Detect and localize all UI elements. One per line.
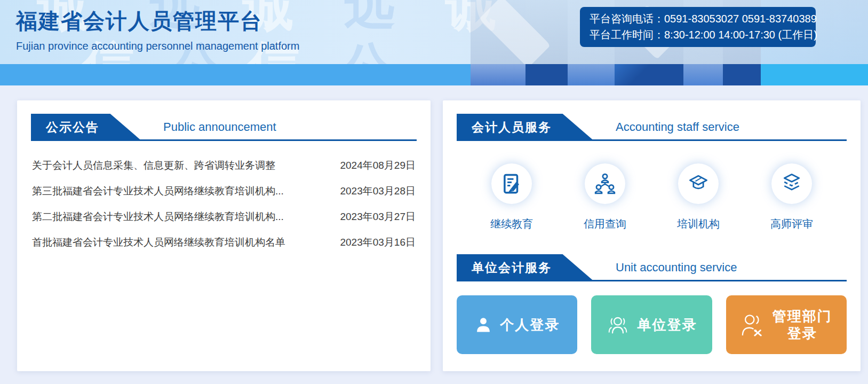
layers-icon [780, 172, 803, 195]
announcement-item[interactable]: 第二批福建省会计专业技术人员网络继续教育培训机构... 2023年03月27日 [31, 204, 417, 230]
watermark-char: 公 [341, 33, 393, 64]
service-training-institutions[interactable]: 培训机构 [669, 163, 728, 231]
service-icon-row: 继续教育 信用查询 [457, 163, 847, 231]
service-circle[interactable] [585, 163, 625, 204]
service-circle[interactable] [771, 163, 812, 204]
unit-service-tab: 单位会计服务 [457, 254, 593, 281]
unit-service-tab-en: Unit accounting service [616, 261, 737, 275]
service-label[interactable]: 培训机构 [669, 217, 728, 231]
edit-document-icon [500, 173, 523, 195]
person-icon [474, 316, 492, 334]
announcements-header: 公示公告 Public announcement [31, 114, 417, 141]
announcement-date: 2023年03月16日 [340, 236, 416, 249]
hours-value: 8:30-12:00 14:00-17:30 (工作日) [664, 29, 817, 41]
services-panel: 会计人员服务 Accounting staff service 继续教育 [443, 100, 861, 371]
working-hours-line: 平台工作时间：8:30-12:00 14:00-17:30 (工作日) [590, 27, 806, 43]
login-button-row: 个人登录 单位登录 [457, 295, 847, 354]
login-button-label: 管理部门登录 [773, 308, 832, 342]
contact-info-box: 平台咨询电话：0591-83053027 0591-83740389 平台工作时… [580, 7, 816, 47]
announcement-item[interactable]: 首批福建省会计专业技术人员网络继续教育培训机构名单 2023年03月16日 [31, 230, 417, 255]
unit-service-header: 单位会计服务 Unit accounting service [457, 255, 847, 281]
phone-label: 平台咨询电话： [590, 13, 664, 25]
main-content: 公示公告 Public announcement 关于会计人员信息采集、信息更新… [0, 85, 868, 371]
announcement-title[interactable]: 首批福建省会计专业技术人员网络继续教育培训机构名单 [32, 236, 285, 249]
announcement-title[interactable]: 第三批福建省会计专业技术人员网络继续教育培训机构... [32, 184, 284, 198]
announcement-list: 关于会计人员信息采集、信息更新、跨省调转业务调整 2024年08月29日 第三批… [31, 153, 417, 255]
service-label[interactable]: 继续教育 [482, 217, 541, 231]
phone-numbers: 0591-83053027 0591-83740389 [664, 13, 817, 25]
announcement-date: 2024年08月29日 [340, 159, 416, 173]
unit-login-button[interactable]: 单位登录 [591, 295, 712, 354]
service-continuing-education[interactable]: 继续教育 [482, 163, 541, 231]
site-header: 诚 远 诚 远 信 公 信 公 诚 福建省会计人员管理平台 Fujian pro… [0, 0, 868, 64]
login-button-label: 单位登录 [637, 316, 697, 334]
admin-login-button[interactable]: 管理部门登录 [726, 295, 847, 354]
admin-label-line1: 管理部门 [773, 308, 832, 324]
announcement-title[interactable]: 第二批福建省会计专业技术人员网络继续教育培训机构... [32, 210, 284, 224]
staff-service-header: 会计人员服务 Accounting staff service [457, 114, 847, 141]
service-label[interactable]: 高师评审 [762, 217, 821, 231]
group-icon [606, 314, 630, 335]
admin-label-line2: 登录 [787, 325, 817, 341]
service-circle[interactable] [678, 163, 719, 204]
announcement-date: 2023年03月27日 [340, 210, 416, 224]
page-subtitle: Fujian province accounting personnel man… [16, 40, 299, 52]
banner-strip [0, 64, 868, 85]
service-circle[interactable] [491, 163, 532, 204]
contact-phone-line: 平台咨询电话：0591-83053027 0591-83740389 [590, 11, 806, 27]
login-button-label: 个人登录 [500, 316, 560, 334]
announcements-panel: 公示公告 Public announcement 关于会计人员信息采集、信息更新… [17, 100, 431, 371]
service-credit-inquiry[interactable]: 信用查询 [576, 163, 634, 231]
staff-service-tab-en: Accounting staff service [616, 120, 739, 134]
announcements-tab: 公示公告 [31, 114, 141, 140]
org-chart-icon [593, 172, 617, 195]
brand: 福建省会计人员管理平台 Fujian province accounting p… [16, 6, 299, 52]
hours-label: 平台工作时间： [590, 29, 664, 41]
announcements-tab-en: Public announcement [163, 120, 276, 134]
staff-service-tab: 会计人员服务 [457, 114, 593, 140]
service-senior-review[interactable]: 高师评审 [762, 163, 821, 231]
graduation-cap-icon [687, 172, 710, 195]
admin-tools-icon [740, 313, 765, 336]
page-title: 福建省会计人员管理平台 [16, 6, 299, 36]
announcement-item[interactable]: 关于会计人员信息采集、信息更新、跨省调转业务调整 2024年08月29日 [31, 153, 417, 178]
service-label[interactable]: 信用查询 [576, 217, 634, 231]
announcement-item[interactable]: 第三批福建省会计专业技术人员网络继续教育培训机构... 2023年03月28日 [31, 178, 417, 204]
personal-login-button[interactable]: 个人登录 [457, 295, 577, 354]
announcement-date: 2023年03月28日 [340, 184, 416, 198]
announcement-title[interactable]: 关于会计人员信息采集、信息更新、跨省调转业务调整 [32, 159, 275, 173]
